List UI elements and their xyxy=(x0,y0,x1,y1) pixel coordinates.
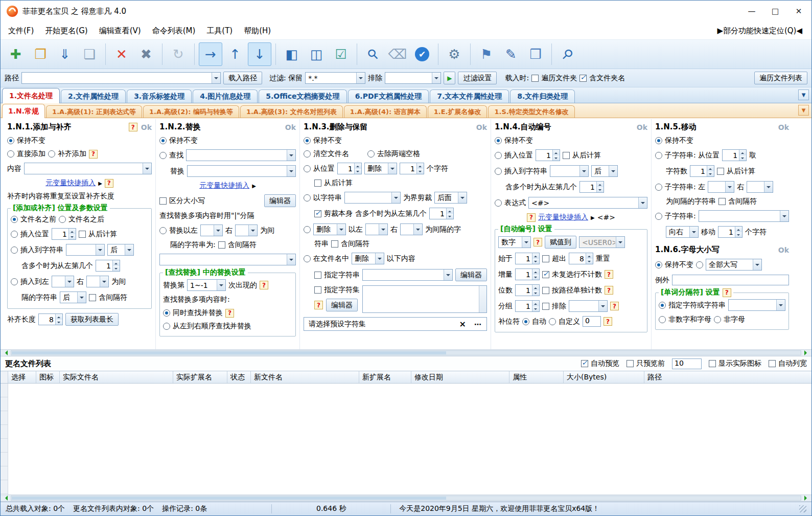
var-insert-link[interactable]: 元变量快捷插入 xyxy=(199,181,249,190)
increment-spinner[interactable]: 1 xyxy=(515,268,540,280)
include-separator-checkbox[interactable]: 含间隔符 xyxy=(89,293,127,302)
delete-keep-combo3[interactable]: 删除 xyxy=(352,253,384,264)
var-insert-link[interactable]: 元变量快捷插入 xyxy=(538,213,588,222)
open-folder-button[interactable]: ❐ xyxy=(29,42,52,66)
charset-box[interactable] xyxy=(362,285,487,313)
new-file-button[interactable]: ✚ xyxy=(4,42,28,66)
menu-start-rename[interactable]: 开始更名(G) xyxy=(39,24,93,38)
per-path-checkbox[interactable]: 按路径单独计数 xyxy=(542,286,602,295)
dropdown-arrow-icon[interactable] xyxy=(689,227,698,237)
editor-button[interactable]: 编辑器 xyxy=(455,268,487,281)
traverse-folders-checkbox[interactable]: 遍历文件夹 xyxy=(531,74,577,83)
spinner-buttons[interactable] xyxy=(596,182,604,192)
refresh-button[interactable]: ↻ xyxy=(167,42,190,66)
delete-between-radio[interactable] xyxy=(304,226,311,233)
dropdown-arrow-icon[interactable] xyxy=(100,276,108,287)
sep-before-after-combo[interactable]: 后 xyxy=(60,291,86,303)
find-radio[interactable]: 查找 xyxy=(159,151,183,160)
position-spinner[interactable]: 1 xyxy=(536,149,560,161)
copy-list-button[interactable]: ❒ xyxy=(524,42,547,66)
filter-settings-button[interactable]: 过滤设置 xyxy=(458,72,497,84)
case-sensitive-checkbox[interactable]: 区分大小写 xyxy=(159,196,205,206)
start-spinner[interactable]: 1 xyxy=(515,253,540,264)
spec-string-combo[interactable] xyxy=(362,269,453,281)
left-string-combo[interactable] xyxy=(708,181,734,193)
spinner-buttons[interactable] xyxy=(735,227,742,237)
spec-char-radio[interactable]: 指定字符或字符串 xyxy=(659,301,726,310)
scroll-right-icon[interactable] xyxy=(802,495,811,501)
expression-radio[interactable]: 表达式 xyxy=(495,198,526,208)
filter-delete-button[interactable]: ⌫ xyxy=(386,42,409,66)
help-icon[interactable]: ? xyxy=(610,302,619,310)
help-icon[interactable]: ? xyxy=(604,317,612,326)
dropdown-arrow-icon[interactable] xyxy=(522,237,530,248)
column-view-button[interactable]: ◫ xyxy=(305,42,328,66)
ok-button[interactable]: Ok xyxy=(285,123,296,131)
table-h-scrollbar[interactable] xyxy=(1,495,811,502)
insert-string-combo[interactable] xyxy=(66,244,105,256)
sub-tab-4[interactable]: 1.A.高级(3): 文件名对照列表 xyxy=(240,105,343,118)
keep-unchanged-radio[interactable]: 保持不变 xyxy=(655,136,693,145)
column-header-1[interactable]: 选择 xyxy=(8,371,36,383)
insert-string-combo[interactable] xyxy=(550,165,589,177)
menu-edit-view[interactable]: 编辑查看(V) xyxy=(94,24,147,38)
case-mode-radio[interactable] xyxy=(696,261,703,268)
help-icon[interactable]: ? xyxy=(225,309,234,318)
count-spinner[interactable]: 1 xyxy=(400,163,424,174)
show-icons-checkbox[interactable]: 显示实际图标 xyxy=(709,359,761,368)
help-icon[interactable]: ? xyxy=(89,150,98,159)
search-button[interactable]: ⚲ xyxy=(361,42,385,66)
delete-keep-combo2[interactable]: 删除 xyxy=(313,223,346,235)
menu-help[interactable]: 帮助(H) xyxy=(238,24,276,38)
nth-combo[interactable]: 1~-1 xyxy=(187,279,226,291)
exception-input[interactable] xyxy=(672,275,789,285)
path-combo[interactable] xyxy=(21,72,221,84)
dropdown-arrow-icon[interactable] xyxy=(287,166,295,176)
before-after-combo[interactable]: 后 xyxy=(107,244,134,256)
pin-button[interactable]: ⚲ xyxy=(556,42,579,66)
sub-tabs-overflow-button[interactable]: ▼ xyxy=(798,105,809,116)
minimize-button[interactable]: — xyxy=(740,3,763,20)
exclude-combo[interactable] xyxy=(385,72,441,84)
sequential-radio[interactable]: 从左到右顺序查找并替换 xyxy=(163,322,251,331)
sub-tab-1[interactable]: 1.N.常规 xyxy=(2,104,45,118)
digits-spinner[interactable]: 1 xyxy=(515,284,540,296)
editor-button[interactable]: 编辑器 xyxy=(264,194,296,207)
direction-combo[interactable]: 向右 xyxy=(666,226,699,238)
auto-radio[interactable]: 自动 xyxy=(522,317,546,326)
sub-tab-2[interactable]: 1.A.高级(1): 正则表达式等 xyxy=(46,105,142,118)
dropdown-arrow-icon[interactable] xyxy=(391,192,400,203)
spinner-buttons[interactable] xyxy=(55,314,62,325)
ok-button[interactable]: Ok xyxy=(476,123,487,131)
multi-index-spinner[interactable]: 1 xyxy=(429,208,454,219)
spec-string-checkbox[interactable]: 指定字符串 xyxy=(314,271,360,280)
dropdown-arrow-icon[interactable] xyxy=(609,166,617,176)
keep-unchanged-radio[interactable]: 保持不变 xyxy=(7,136,45,145)
separator-combo[interactable] xyxy=(728,299,785,311)
non-alnum-radio[interactable]: 非数字和字母 xyxy=(659,315,711,324)
column-header-6[interactable]: 新文件名 xyxy=(251,371,359,383)
scroll-track[interactable] xyxy=(11,496,801,501)
insert-position-radio[interactable]: 插入位置 xyxy=(11,230,49,239)
column-header-7[interactable]: 新扩展名 xyxy=(359,371,411,383)
keep-unchanged-radio[interactable]: 保持不变 xyxy=(655,260,693,270)
menu-file[interactable]: 文件(F) xyxy=(3,24,39,38)
exclude-checkbox[interactable]: 排除 xyxy=(542,302,566,311)
column-header-2[interactable]: 图标 xyxy=(36,371,60,383)
dropdown-arrow-icon[interactable] xyxy=(217,280,225,290)
keep-unchanged-radio[interactable]: 保持不变 xyxy=(159,136,198,145)
main-tab-2[interactable]: 2.文件属性处理 xyxy=(61,89,126,103)
position-spinner[interactable]: 1 xyxy=(722,149,747,161)
find-combo[interactable] xyxy=(186,149,296,161)
skip-unchecked-checkbox[interactable]: 未复选行不计数 xyxy=(542,270,602,279)
resize-grip[interactable] xyxy=(799,505,806,512)
help-icon[interactable]: ? xyxy=(105,179,113,188)
help-icon[interactable]: ? xyxy=(314,301,323,309)
multi-index-spinner[interactable]: 1 xyxy=(96,260,120,272)
substring-combo[interactable] xyxy=(699,210,789,222)
panels-h-scrollbar[interactable] xyxy=(1,349,811,356)
trim-spaces-radio[interactable]: 去除两端空格 xyxy=(367,149,420,159)
dropdown-arrow-icon[interactable] xyxy=(65,276,74,287)
include-separator-checkbox[interactable]: 含间隔符 xyxy=(718,197,757,206)
spinner-buttons[interactable] xyxy=(707,166,714,176)
